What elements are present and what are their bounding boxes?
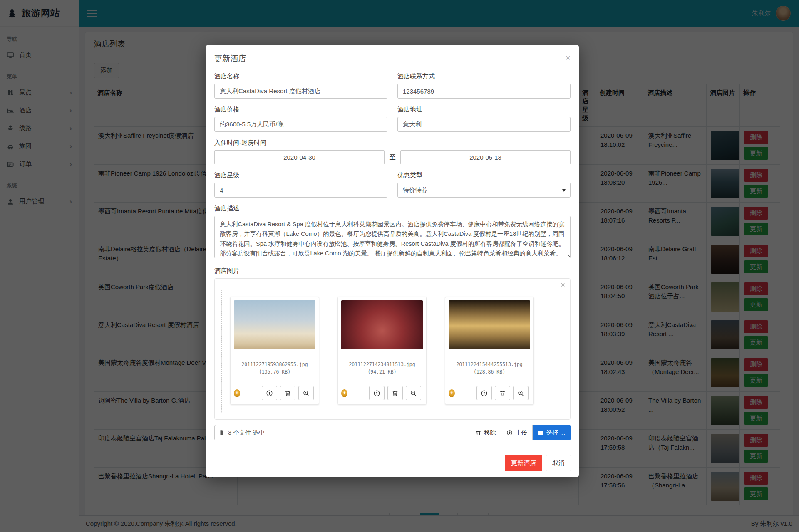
upload-circle-icon xyxy=(266,390,273,397)
trash-icon xyxy=(499,390,506,397)
delete-file-button[interactable] xyxy=(387,386,403,400)
file-preview-card: 2011122714234811513.jpg(94.21 KB) xyxy=(337,297,427,405)
file-icon xyxy=(219,429,225,436)
delete-file-button[interactable] xyxy=(280,386,295,400)
modal-title: 更新酒店 xyxy=(214,53,246,64)
upload-file-button[interactable] xyxy=(476,386,492,400)
date-separator: 至 xyxy=(385,153,400,161)
hotel-star-input[interactable] xyxy=(214,183,387,198)
update-hotel-submit-button[interactable]: 更新酒店 xyxy=(505,455,542,471)
preview-close-icon[interactable]: × xyxy=(561,281,565,289)
hotel-address-label: 酒店地址 xyxy=(397,106,571,114)
file-preview-panel: × 2011122719593862955.jpg(135.76 KB)2011… xyxy=(214,278,571,420)
trash-icon xyxy=(475,430,481,436)
file-name: 2011122714234811513.jpg xyxy=(341,361,423,369)
promo-type-label: 优惠类型 xyxy=(397,171,571,179)
file-caption: 3 个文件 选中 xyxy=(214,425,470,440)
file-size: (135.76 KB) xyxy=(234,369,315,376)
hotel-price-input[interactable] xyxy=(214,117,387,132)
upload-circle-icon xyxy=(506,430,513,436)
hotel-desc-label: 酒店描述 xyxy=(214,205,571,213)
update-hotel-modal: 更新酒店 × 酒店名称 酒店联系方式 酒店价格 酒店地址 xyxy=(206,45,579,477)
hotel-images-label: 酒店图片 xyxy=(214,267,571,275)
promo-type-select[interactable]: 特价特荐 xyxy=(397,183,571,198)
file-name-and-size: 2011122719593862955.jpg(135.76 KB) xyxy=(234,361,315,376)
checkout-date-input[interactable]: 2020-05-13 xyxy=(400,150,571,164)
file-preview-card: 2011122415444255513.jpg(128.86 KB) xyxy=(445,297,534,405)
browse-files-label: 选择 ... xyxy=(546,429,565,437)
upload-files-button[interactable]: 上传 xyxy=(501,425,533,440)
trash-icon xyxy=(284,390,291,397)
file-name-and-size: 2011122415444255513.jpg(128.86 KB) xyxy=(449,361,530,376)
hotel-name-input[interactable] xyxy=(214,84,387,99)
magnifier-plus-icon xyxy=(410,390,417,397)
folder-icon xyxy=(538,430,544,436)
file-name: 2011122415444255513.jpg xyxy=(449,361,530,369)
zoom-file-button[interactable] xyxy=(298,386,314,400)
zoom-file-button[interactable] xyxy=(406,386,421,400)
magnifier-plus-icon xyxy=(303,390,310,397)
hotel-address-input[interactable] xyxy=(397,117,571,132)
checkin-date-input[interactable]: 2020-04-30 xyxy=(214,150,385,164)
hotel-desc-textarea[interactable]: 意大利CastaDiva Resort & Spa 度假村位于意大利科莫湖花园景… xyxy=(214,216,571,258)
upload-pending-indicator-icon xyxy=(449,389,455,397)
image-preview xyxy=(449,300,530,349)
hotel-star-label: 酒店星级 xyxy=(214,171,387,179)
app-window: 旅游网站 导航 首页 菜单 景点 › 酒店 › 线路 › 旅团 › xyxy=(0,0,799,532)
file-name: 2011122719593862955.jpg xyxy=(234,361,315,369)
upload-pending-indicator-icon xyxy=(234,389,240,397)
magnifier-plus-icon xyxy=(517,390,524,397)
remove-files-button[interactable]: 移除 xyxy=(470,425,501,440)
cancel-button[interactable]: 取消 xyxy=(546,455,571,471)
upload-file-button[interactable] xyxy=(369,386,385,400)
file-size: (94.21 KB) xyxy=(341,369,423,376)
date-range-label: 入住时间-退房时间 xyxy=(214,139,571,147)
upload-circle-icon xyxy=(481,390,488,397)
file-caption-text: 3 个文件 选中 xyxy=(228,429,265,437)
upload-files-label: 上传 xyxy=(515,429,527,437)
file-preview-card: 2011122719593862955.jpg(135.76 KB) xyxy=(230,297,319,405)
delete-file-button[interactable] xyxy=(495,386,510,400)
file-input-bar: 3 个文件 选中 移除 上传 选择 ... xyxy=(214,425,571,440)
file-drop-zone: 2011122719593862955.jpg(135.76 KB)201112… xyxy=(221,290,563,413)
remove-files-label: 移除 xyxy=(484,429,496,437)
hotel-price-label: 酒店价格 xyxy=(214,106,387,114)
image-preview xyxy=(234,300,315,349)
upload-file-button[interactable] xyxy=(262,386,277,400)
browse-files-button[interactable]: 选择 ... xyxy=(533,425,571,440)
hotel-name-label: 酒店名称 xyxy=(214,72,387,80)
upload-circle-icon xyxy=(373,390,380,397)
hotel-contact-input[interactable] xyxy=(397,84,571,99)
zoom-file-button[interactable] xyxy=(513,386,529,400)
file-size: (128.86 KB) xyxy=(449,369,530,376)
image-preview xyxy=(341,300,423,349)
close-icon[interactable]: × xyxy=(566,53,571,62)
trash-icon xyxy=(392,390,399,397)
hotel-contact-label: 酒店联系方式 xyxy=(397,72,571,80)
upload-pending-indicator-icon xyxy=(341,389,347,397)
file-name-and-size: 2011122714234811513.jpg(94.21 KB) xyxy=(341,361,423,376)
